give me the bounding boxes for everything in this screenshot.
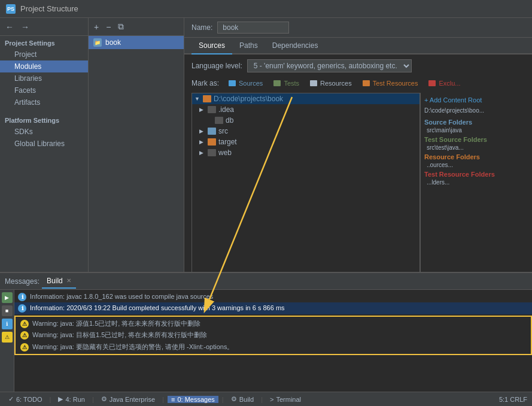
add-module-btn[interactable]: + xyxy=(92,21,101,33)
msg-icon-info-1: ℹ xyxy=(18,304,26,313)
msg-row-4[interactable]: ⚠ Warning: java: 要隐藏有关已过时选项的警告, 请使用 -Xli… xyxy=(17,341,530,353)
bottom-tabs: Messages: Build ✕ xyxy=(0,273,532,290)
sidebar-item-project[interactable]: Project xyxy=(0,49,88,60)
warn-btn[interactable]: ⚠ xyxy=(2,332,13,343)
close-build-tab[interactable]: ✕ xyxy=(66,277,71,284)
run-icon: ▶ xyxy=(58,395,63,403)
app-icon: PS xyxy=(6,4,16,14)
tree-label-target: target xyxy=(218,138,237,146)
status-bar: ✓ 6: TODO | ▶ 4: Run | ⚙ Java Enterprise… xyxy=(0,392,532,406)
module-tree-toolbar: + − ⧉ xyxy=(89,18,184,36)
language-level-select[interactable]: 5 - 'enum' keyword, generics, autoboxing… xyxy=(247,59,412,72)
resource-folder-path: ..ources... xyxy=(424,162,521,168)
copy-module-btn[interactable]: ⧉ xyxy=(116,20,126,33)
folder-icon-idea xyxy=(208,106,216,113)
back-btn[interactable]: ← xyxy=(4,21,16,33)
mark-tests-btn[interactable]: Tests xyxy=(270,78,303,88)
tab-dependencies[interactable]: Dependencies xyxy=(265,38,326,54)
window-title: Project Structure xyxy=(20,4,78,13)
msg-row-3[interactable]: ⚠ Warning: java: 目标值1.5已过时, 将在未来所有发行版中删除 xyxy=(17,329,530,341)
bottom-tab-build[interactable]: Build ✕ xyxy=(42,274,76,289)
platform-settings-header: Platform Settings xyxy=(0,113,88,126)
mark-sources-btn[interactable]: Sources xyxy=(225,78,266,88)
bottom-panel: Messages: Build ✕ ▶ ■ ℹ ⚠ ℹ Information:… xyxy=(0,272,532,392)
project-path-label: D:\code\projects\boo... xyxy=(424,107,521,114)
remove-module-btn[interactable]: − xyxy=(104,21,113,33)
test-source-folders-label: Test Source Folders xyxy=(424,136,521,143)
tree-item-target[interactable]: ▶ target xyxy=(192,137,419,147)
tree-arrow-target: ▶ xyxy=(199,139,205,145)
sidebar-item-modules[interactable]: Modules xyxy=(0,60,88,72)
tree-label-web: web xyxy=(218,149,232,157)
messages-icon: ≡ xyxy=(171,396,175,403)
module-name-input[interactable] xyxy=(217,22,289,34)
tree-arrow-idea: ▶ xyxy=(199,107,205,113)
title-bar: PS Project Structure xyxy=(0,0,532,18)
info-btn[interactable]: ℹ xyxy=(2,319,13,329)
cursor-position: 5:1 CRLF xyxy=(499,396,527,403)
detail-tabs: Sources Paths Dependencies xyxy=(184,38,532,54)
msg-row-2[interactable]: ⚠ Warning: java: 源值1.5已过时, 将在未来所有发行版中删除 xyxy=(17,318,530,329)
warning-group: ⚠ Warning: java: 源值1.5已过时, 将在未来所有发行版中删除 … xyxy=(14,316,532,355)
project-settings-header: Project Settings xyxy=(0,36,88,49)
language-level-row: Language level: 5 - 'enum' keyword, gene… xyxy=(191,59,525,72)
add-content-root-btn[interactable]: + Add Content Root xyxy=(424,96,521,104)
sidebar-toolbar: ← → xyxy=(0,18,88,36)
sidebar-item-libraries[interactable]: Libraries xyxy=(0,72,88,84)
folder-icon-src xyxy=(208,128,216,135)
todo-icon: ✓ xyxy=(8,395,14,403)
status-messages[interactable]: ≡ 0: Messages xyxy=(168,396,218,403)
folder-icon-web xyxy=(208,149,216,156)
status-terminal[interactable]: > Terminal xyxy=(266,396,305,403)
status-enterprise[interactable]: ⚙ Java Enterprise xyxy=(98,395,159,403)
mark-as-label: Mark as: xyxy=(191,79,219,87)
tree-item-db[interactable]: db xyxy=(192,115,419,126)
detail-header: Name: xyxy=(184,18,532,38)
msg-text-1: Information: 2020/6/3 19:22 Build comple… xyxy=(30,304,285,313)
msg-row-1[interactable]: ℹ Information: 2020/6/3 19:22 Build comp… xyxy=(14,302,532,314)
status-run[interactable]: ▶ 4: Run xyxy=(54,395,88,403)
build-icon: ⚙ xyxy=(231,395,237,403)
tree-label-db: db xyxy=(226,116,233,125)
module-name: book xyxy=(105,38,121,47)
mark-resources-btn[interactable]: Resources xyxy=(306,78,355,88)
status-todo[interactable]: ✓ 6: TODO xyxy=(5,395,46,403)
stop-btn[interactable]: ■ xyxy=(2,305,13,316)
msg-row-0[interactable]: ℹ Information: javac 1.8.0_162 was used … xyxy=(14,291,532,302)
msg-text-2: Warning: java: 源值1.5已过时, 将在未来所有发行版中删除 xyxy=(32,319,200,328)
folder-icon-target xyxy=(208,138,216,146)
test-resource-folders-label: Test Resource Folders xyxy=(424,171,521,178)
tree-label-idea: .idea xyxy=(218,105,234,114)
sidebar-item-global-libraries[interactable]: Global Libraries xyxy=(0,138,88,150)
run-btn[interactable]: ▶ xyxy=(2,292,13,303)
msg-text-0: Information: javac 1.8.0_162 was used to… xyxy=(30,292,213,301)
forward-btn[interactable]: → xyxy=(19,21,31,33)
sidebar-item-facets[interactable]: Facets xyxy=(0,84,88,96)
tab-sources[interactable]: Sources xyxy=(191,38,232,54)
msg-icon-warn-4: ⚠ xyxy=(20,343,29,352)
status-build[interactable]: ⚙ Build xyxy=(227,395,257,403)
source-folder-path: src\main\java xyxy=(424,127,521,134)
sidebar-item-artifacts[interactable]: Artifacts xyxy=(0,96,88,108)
tree-item-root[interactable]: ▼ D:\code\projects\book xyxy=(192,93,419,104)
tree-item-src[interactable]: ▶ src xyxy=(192,126,419,137)
module-item-book[interactable]: 📁 book xyxy=(89,36,184,49)
mark-excluded-btn[interactable]: Exclu... xyxy=(425,78,464,88)
msg-text-3: Warning: java: 目标值1.5已过时, 将在未来所有发行版中删除 xyxy=(32,331,207,340)
folder-icon-db xyxy=(215,117,223,124)
tab-paths[interactable]: Paths xyxy=(232,38,265,54)
messages-content: ℹ Information: javac 1.8.0_162 was used … xyxy=(14,290,532,392)
bottom-toolbar: ▶ ■ ℹ ⚠ xyxy=(0,290,14,392)
messages-label: Messages: xyxy=(5,277,39,286)
tree-label-src: src xyxy=(218,127,228,135)
sidebar-item-sdks[interactable]: SDKs xyxy=(0,126,88,138)
tree-item-web[interactable]: ▶ web xyxy=(192,147,419,158)
resource-folders-label: Resource Folders xyxy=(424,153,521,160)
msg-icon-warn-3: ⚠ xyxy=(20,331,29,340)
tree-arrow-src: ▶ xyxy=(199,128,205,134)
source-folders-label: Source Folders xyxy=(424,119,521,126)
mark-test-resources-btn[interactable]: Test Resources xyxy=(359,78,422,88)
tree-item-idea[interactable]: ▶ .idea xyxy=(192,104,419,115)
tree-label-root: D:\code\projects\book xyxy=(214,95,283,103)
msg-text-4: Warning: java: 要隐藏有关已过时选项的警告, 请使用 -Xlint… xyxy=(32,343,233,352)
